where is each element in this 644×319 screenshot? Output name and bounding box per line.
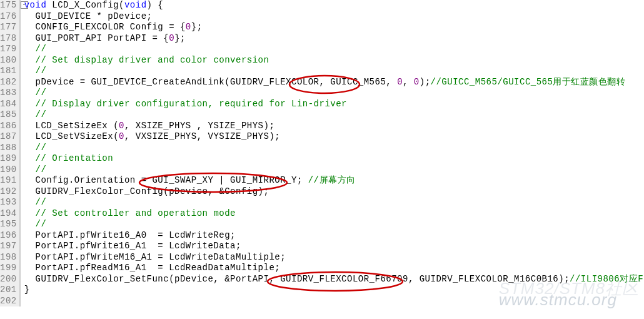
- code-area: void LCD_X_Config(void) { GUI_DEVICE * p…: [21, 0, 644, 306]
- code-line: //: [24, 88, 644, 99]
- code-line: // Set controller and operation mode: [24, 208, 644, 220]
- line-number: 183: [0, 88, 17, 99]
- code-line: PortAPI.pfReadM16_A1 = LcdReadDataMultip…: [24, 263, 644, 274]
- line-number: 196: [0, 230, 17, 241]
- line-number: 192: [0, 186, 17, 198]
- code-line: void LCD_X_Config(void) {: [24, 0, 644, 11]
- code-line: //: [24, 66, 644, 77]
- line-number: 195: [0, 219, 17, 230]
- line-number: 187: [0, 131, 17, 143]
- code-line: PortAPI.pfWrite16_A1 = LcdWriteData;: [24, 241, 644, 252]
- line-number: 202: [0, 296, 17, 307]
- code-line: PortAPI.pfWriteM16_A1 = LcdWriteDataMult…: [24, 252, 644, 263]
- line-number: 180: [0, 55, 17, 66]
- code-line: //: [24, 143, 644, 154]
- code-line: PortAPI.pfWrite16_A0 = LcdWriteReg;: [24, 230, 644, 241]
- code-line: GUI_PORT_API PortAPI = {0};: [24, 33, 644, 44]
- line-number: 186: [0, 121, 17, 132]
- line-number: 182: [0, 77, 17, 88]
- code-line: Config.Orientation = GUI_SWAP_XY | GUI_M…: [24, 175, 644, 186]
- line-number: 188: [0, 143, 17, 154]
- line-number: 184: [0, 99, 17, 110]
- code-line: // Display driver configuration, require…: [24, 99, 644, 110]
- line-number-gutter: 1751761771781791801811821831841851861871…: [0, 0, 20, 306]
- code-line: LCD_SetSizeEx (0, XSIZE_PHYS , YSIZE_PHY…: [24, 121, 644, 132]
- line-number: 200: [0, 274, 17, 285]
- code-line: //: [24, 219, 644, 230]
- line-number: 185: [0, 109, 17, 121]
- line-number: 191: [0, 175, 17, 186]
- code-line: //: [24, 44, 644, 55]
- line-number: 193: [0, 197, 17, 208]
- line-number: 189: [0, 153, 17, 165]
- code-line: //: [24, 165, 644, 176]
- code-line: GUIDRV_FlexColor_Config(pDevice, &Config…: [24, 186, 644, 198]
- code-editor: 1751761771781791801811821831841851861871…: [0, 0, 644, 306]
- code-line: //: [24, 109, 644, 121]
- line-number: 194: [0, 208, 17, 220]
- line-number: 179: [0, 44, 17, 55]
- line-number: 197: [0, 241, 17, 252]
- code-line: pDevice = GUI_DEVICE_CreateAndLink(GUIDR…: [24, 77, 644, 88]
- code-line: }: [24, 285, 644, 296]
- code-line: // Orientation: [24, 153, 644, 165]
- line-number: 175: [0, 0, 17, 11]
- code-line: GUIDRV_FlexColor_SetFunc(pDevice, &PortA…: [24, 274, 644, 285]
- code-line: // Set display driver and color conversi…: [24, 55, 644, 66]
- line-number: 190: [0, 165, 17, 176]
- line-number: 177: [0, 22, 17, 33]
- code-line: LCD_SetVSizeEx(0, VXSIZE_PHYS, VYSIZE_PH…: [24, 131, 644, 143]
- line-number: 201: [0, 285, 17, 296]
- line-number: 198: [0, 252, 17, 263]
- code-line: [24, 296, 644, 307]
- line-number: 181: [0, 66, 17, 77]
- line-number: 176: [0, 11, 17, 23]
- code-line: GUI_DEVICE * pDevice;: [24, 11, 644, 23]
- line-number: 178: [0, 33, 17, 44]
- code-line: //: [24, 197, 644, 208]
- code-line: CONFIG_FLEXCOLOR Config = {0};: [24, 22, 644, 33]
- line-number: 199: [0, 263, 17, 274]
